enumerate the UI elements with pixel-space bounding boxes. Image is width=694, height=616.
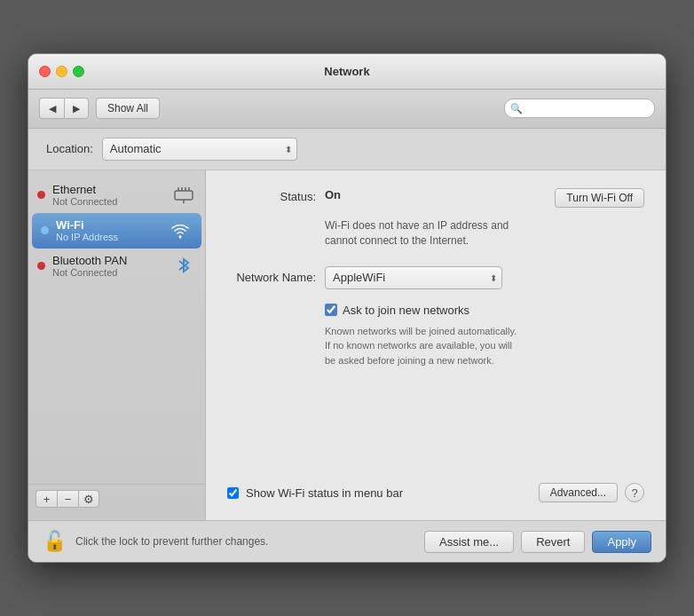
network-name-label: Network Name:	[227, 271, 325, 284]
show-all-button[interactable]: Show All	[96, 98, 160, 119]
detail-spacer	[227, 385, 644, 456]
status-description: Wi-Fi does not have an IP address andcan…	[325, 218, 644, 249]
assist-me-button[interactable]: Assist me...	[424, 531, 514, 553]
ethernet-status: Not Connected	[52, 196, 164, 207]
wifi-name: Wi-Fi	[56, 218, 161, 232]
turn-wifi-button[interactable]: Turn Wi-Fi Off	[555, 188, 644, 208]
network-select-wrapper: AppleWiFi ⬍	[325, 266, 502, 289]
ethernet-status-dot	[37, 191, 45, 199]
ask-to-join-row: Ask to join new networks	[325, 304, 644, 317]
close-button[interactable]	[39, 66, 51, 77]
sidebar-item-bluetooth[interactable]: Bluetooth PAN Not Connected	[28, 249, 205, 284]
show-wifi-checkbox[interactable]	[227, 487, 239, 499]
bluetooth-icon	[171, 254, 196, 279]
title-bar: Network	[28, 54, 666, 90]
location-select[interactable]: Automatic Edit Locations...	[102, 138, 297, 161]
footer-bar: 🔓 Click the lock to prevent further chan…	[28, 520, 666, 562]
ethernet-icon	[171, 183, 196, 208]
show-wifi-label[interactable]: Show Wi-Fi status in menu bar	[246, 486, 403, 500]
sidebar-controls: + − ⚙	[28, 484, 205, 513]
network-name-select[interactable]: AppleWiFi	[325, 266, 502, 289]
status-value: On	[325, 188, 555, 201]
add-network-button[interactable]: +	[35, 490, 57, 508]
svg-rect-0	[175, 191, 193, 200]
sidebar-item-wifi[interactable]: Wi-Fi No IP Address	[32, 213, 201, 249]
wifi-status: No IP Address	[56, 232, 161, 242]
advanced-button[interactable]: Advanced...	[539, 483, 618, 502]
location-label: Location:	[46, 142, 93, 155]
search-icon: 🔍	[510, 103, 523, 115]
traffic-lights	[39, 66, 84, 77]
remove-network-button[interactable]: −	[57, 490, 78, 508]
detail-panel: Status: On Turn Wi-Fi Off Wi-Fi does not…	[206, 170, 666, 520]
toolbar: ◀ ▶ Show All 🔍	[28, 90, 666, 129]
show-wifi-row: Show Wi-Fi status in menu bar Advanced..…	[227, 483, 644, 502]
search-input[interactable]	[504, 99, 655, 118]
nav-buttons: ◀ ▶	[39, 98, 89, 119]
footer-buttons: Assist me... Revert Apply	[424, 531, 651, 553]
status-row: Status: On Turn Wi-Fi Off	[227, 188, 644, 208]
ask-to-join-desc: Known networks will be joined automatica…	[325, 324, 644, 368]
minimize-button[interactable]	[56, 66, 67, 77]
ethernet-name: Ethernet	[52, 183, 164, 196]
bluetooth-status-dot	[37, 262, 45, 270]
bluetooth-name: Bluetooth PAN	[52, 254, 164, 267]
status-label: Status:	[227, 188, 325, 203]
sidebar: Ethernet Not Connected	[28, 170, 206, 520]
sidebar-spacer	[28, 284, 205, 484]
sidebar-item-ethernet[interactable]: Ethernet Not Connected	[28, 178, 205, 213]
gear-button[interactable]: ⚙	[78, 490, 99, 508]
location-bar: Location: Automatic Edit Locations... ⬍	[28, 129, 666, 170]
ask-to-join-label[interactable]: Ask to join new networks	[343, 304, 469, 317]
ask-to-join-checkbox[interactable]	[325, 304, 337, 316]
apply-button[interactable]: Apply	[592, 531, 651, 553]
network-name-row: Network Name: AppleWiFi ⬍	[227, 266, 644, 289]
network-window: Network ◀ ▶ Show All 🔍 Location: Automat…	[28, 53, 666, 563]
bluetooth-status: Not Connected	[52, 267, 164, 278]
forward-button[interactable]: ▶	[64, 98, 89, 119]
window-title: Network	[324, 65, 369, 78]
maximize-button[interactable]	[73, 66, 84, 77]
lock-icon[interactable]: 🔓	[43, 530, 67, 553]
content-area: Ethernet Not Connected	[28, 170, 666, 520]
lock-text: Click the lock to prevent further change…	[75, 535, 415, 548]
help-button[interactable]: ?	[625, 483, 644, 502]
revert-button[interactable]: Revert	[521, 531, 585, 553]
back-button[interactable]: ◀	[39, 98, 64, 119]
search-box: 🔍	[504, 99, 655, 118]
svg-point-6	[179, 235, 182, 238]
wifi-icon	[168, 218, 193, 243]
wifi-status-dot	[41, 226, 49, 234]
location-select-wrapper: Automatic Edit Locations... ⬍	[102, 138, 297, 161]
